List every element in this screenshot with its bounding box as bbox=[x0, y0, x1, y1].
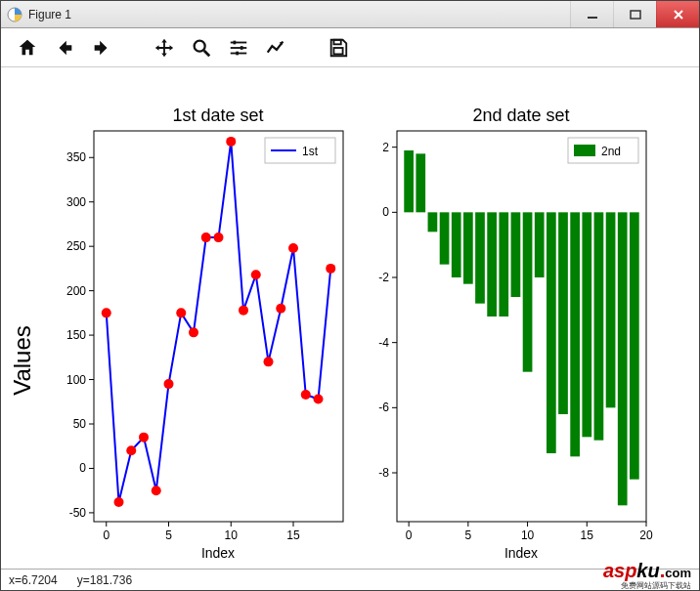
svg-rect-94 bbox=[535, 212, 545, 277]
minimize-icon bbox=[587, 9, 598, 21]
back-button[interactable] bbox=[48, 31, 81, 64]
svg-text:10: 10 bbox=[225, 528, 239, 542]
svg-point-52 bbox=[226, 137, 236, 147]
svg-text:0: 0 bbox=[103, 528, 109, 542]
svg-point-47 bbox=[164, 379, 174, 389]
plot-2: 2nd date set -8-6-4-202 05101520 Index 2… bbox=[378, 106, 653, 561]
minimize-button[interactable] bbox=[570, 1, 613, 27]
edit-button[interactable] bbox=[259, 31, 292, 64]
plot1-xticks: 051015 bbox=[103, 522, 300, 542]
svg-text:-6: -6 bbox=[378, 401, 389, 414]
svg-text:-2: -2 bbox=[378, 271, 389, 284]
home-icon bbox=[17, 37, 38, 59]
svg-text:-4: -4 bbox=[378, 336, 389, 350]
plot2-legend: 2nd bbox=[568, 138, 638, 163]
svg-rect-85 bbox=[428, 212, 438, 232]
brand-com: com bbox=[665, 566, 691, 580]
status-bar: x=6.7204 y=181.736 aspku.com 免费网站源码下载站 bbox=[1, 569, 699, 590]
svg-text:-8: -8 bbox=[378, 466, 389, 480]
plot-1: 1st date set -50050100150200250300350 05… bbox=[66, 106, 343, 561]
svg-rect-14 bbox=[333, 39, 340, 44]
home-button[interactable] bbox=[11, 31, 44, 64]
svg-text:200: 200 bbox=[66, 284, 86, 298]
plot2-xlabel: Index bbox=[504, 545, 538, 561]
svg-rect-84 bbox=[416, 153, 425, 212]
shared-ylabel: Values bbox=[9, 325, 35, 396]
svg-rect-88 bbox=[463, 212, 473, 283]
svg-point-44 bbox=[126, 445, 136, 455]
window-title: Figure 1 bbox=[28, 8, 570, 21]
svg-rect-100 bbox=[606, 212, 616, 407]
svg-point-55 bbox=[264, 357, 274, 366]
svg-point-56 bbox=[276, 304, 285, 314]
svg-rect-97 bbox=[570, 212, 580, 456]
svg-text:20: 20 bbox=[639, 528, 653, 542]
subplots-button[interactable] bbox=[222, 31, 255, 64]
svg-rect-102 bbox=[630, 212, 639, 479]
svg-text:350: 350 bbox=[66, 150, 86, 164]
svg-rect-98 bbox=[582, 212, 591, 437]
subplots-icon bbox=[228, 37, 249, 59]
plot2-legend-label: 2nd bbox=[601, 145, 621, 158]
svg-text:0: 0 bbox=[79, 461, 86, 475]
svg-rect-99 bbox=[594, 212, 604, 440]
svg-text:300: 300 bbox=[66, 195, 86, 209]
svg-rect-12 bbox=[236, 51, 239, 55]
maximize-button[interactable] bbox=[613, 1, 656, 27]
svg-text:5: 5 bbox=[465, 528, 472, 542]
svg-line-6 bbox=[204, 50, 210, 56]
plot2-title: 2nd date set bbox=[472, 106, 569, 125]
svg-text:250: 250 bbox=[66, 239, 86, 253]
save-icon bbox=[328, 37, 349, 59]
svg-text:-50: -50 bbox=[69, 506, 87, 520]
save-button[interactable] bbox=[322, 31, 355, 64]
plot2-bars bbox=[404, 150, 638, 505]
pan-button[interactable] bbox=[148, 31, 181, 64]
figure-canvas[interactable]: Values 1st date set -5005010015020025030… bbox=[1, 67, 699, 569]
svg-point-53 bbox=[239, 306, 248, 316]
svg-point-60 bbox=[326, 264, 335, 274]
svg-text:0: 0 bbox=[382, 205, 389, 219]
window-controls bbox=[570, 1, 699, 27]
svg-point-42 bbox=[102, 308, 111, 317]
svg-point-49 bbox=[189, 327, 198, 337]
brand-tagline: 免费网站源码下载站 bbox=[603, 582, 691, 590]
toolbar-separator bbox=[122, 47, 144, 48]
title-bar: Figure 1 bbox=[1, 1, 699, 28]
forward-icon bbox=[91, 37, 112, 59]
svg-rect-89 bbox=[475, 212, 485, 303]
svg-point-46 bbox=[152, 485, 161, 495]
svg-point-59 bbox=[314, 395, 324, 404]
svg-text:100: 100 bbox=[66, 373, 86, 387]
svg-point-57 bbox=[288, 243, 298, 253]
pan-icon bbox=[153, 37, 175, 59]
toolbar bbox=[1, 28, 699, 67]
edit-icon bbox=[265, 37, 286, 59]
plot1-legend-label: 1st bbox=[302, 145, 319, 158]
plot1-xlabel: Index bbox=[201, 545, 235, 561]
brand-ku: ku bbox=[636, 560, 659, 581]
svg-rect-87 bbox=[452, 212, 461, 277]
brand-asp: asp bbox=[603, 560, 636, 581]
svg-text:15: 15 bbox=[286, 528, 300, 542]
watermark: aspku.com 免费网站源码下载站 bbox=[603, 560, 691, 590]
close-icon bbox=[673, 9, 684, 21]
plot1-line bbox=[107, 142, 331, 502]
svg-rect-15 bbox=[333, 48, 342, 54]
svg-rect-86 bbox=[440, 212, 450, 264]
maximize-icon bbox=[630, 9, 641, 21]
zoom-button[interactable] bbox=[185, 31, 218, 64]
svg-text:15: 15 bbox=[581, 528, 594, 542]
svg-point-43 bbox=[114, 497, 124, 507]
svg-text:10: 10 bbox=[521, 528, 535, 542]
back-icon bbox=[54, 37, 75, 59]
svg-rect-2 bbox=[631, 11, 640, 19]
svg-point-54 bbox=[251, 270, 261, 279]
svg-rect-93 bbox=[523, 212, 533, 371]
forward-button[interactable] bbox=[85, 31, 118, 64]
plot2-xticks: 05101520 bbox=[406, 522, 653, 542]
svg-rect-96 bbox=[558, 212, 568, 414]
close-button[interactable] bbox=[656, 1, 699, 27]
plot1-title: 1st date set bbox=[172, 106, 263, 125]
svg-point-58 bbox=[301, 390, 311, 400]
